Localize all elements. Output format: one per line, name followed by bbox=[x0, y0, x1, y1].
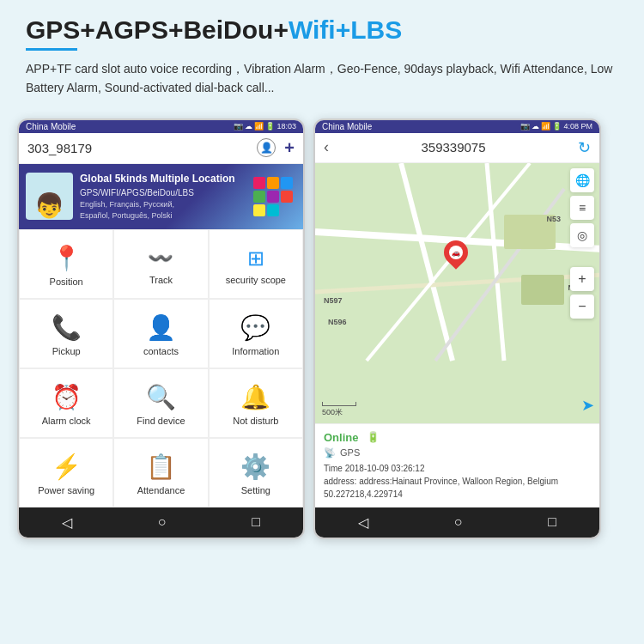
map-scale: 500米 bbox=[322, 402, 356, 418]
refresh-icon[interactable]: ↻ bbox=[578, 138, 591, 157]
back-arrow-icon[interactable]: ‹ bbox=[324, 138, 329, 156]
phone1-time: 18:03 bbox=[276, 122, 296, 131]
map-area: N597 N596 N53 N53 🚗 + − 🌐 ≡ ◎ bbox=[315, 163, 599, 423]
menu-item-attendance[interactable]: 📋 Attendance bbox=[113, 438, 208, 507]
information-icon: 💬 bbox=[240, 313, 270, 342]
phone1-status-icons: 📷 ☁ 📶 🔋 18:03 bbox=[234, 122, 296, 131]
menu-item-find[interactable]: 🔍 Find device bbox=[113, 368, 208, 438]
svg-rect-7 bbox=[521, 275, 564, 305]
menu-item-track[interactable]: 〰️ Track bbox=[113, 229, 208, 299]
svg-line-2 bbox=[487, 163, 504, 361]
menu-label-power: Power saving bbox=[38, 485, 94, 495]
headline: GPS+AGPS+BeiDou+Wifi+LBS bbox=[26, 15, 618, 45]
banner: 👦 Global 5kinds Multiple Location GPS/WI… bbox=[19, 164, 303, 229]
menu-item-notdisturb[interactable]: 🔔 Not disturb bbox=[209, 368, 303, 438]
zoom-out-button[interactable]: − bbox=[570, 295, 594, 319]
globe-icon[interactable]: 🌐 bbox=[570, 168, 594, 192]
map-marker-container: 🚗 bbox=[444, 240, 468, 264]
layers-icon[interactable]: ≡ bbox=[570, 196, 594, 220]
contacts-icon: 👤 bbox=[146, 313, 176, 342]
menu-grid: 📍 Position 〰️ Track ⊞ security scope 📞 P… bbox=[19, 229, 303, 507]
phone2-status-bar: China Mobile 📷 ☁ 📶 🔋 4:08 PM bbox=[315, 120, 599, 133]
menu-label-alarm: Alarm clock bbox=[42, 416, 91, 426]
menu-label-pickup: Pickup bbox=[52, 346, 81, 356]
phone2-back-button[interactable]: ◁ bbox=[358, 514, 368, 531]
info-panel: Online 🔋 📡 GPS Time 2018-10-09 03:26:12 … bbox=[315, 423, 599, 507]
info-status-row: Online 🔋 bbox=[324, 431, 591, 444]
menu-label-track: Track bbox=[149, 275, 173, 285]
zoom-in-button[interactable]: + bbox=[570, 267, 594, 291]
menu-item-security[interactable]: ⊞ security scope bbox=[209, 229, 303, 299]
online-badge: Online bbox=[324, 431, 358, 444]
battery-icon: 🔋 bbox=[367, 431, 380, 443]
top-section: GPS+AGPS+BeiDou+Wifi+LBS APP+TF card slo… bbox=[0, 0, 644, 118]
phone1-nav-bar: ◁ ○ □ bbox=[19, 507, 303, 538]
gps-label: GPS bbox=[340, 447, 360, 458]
power-icon: ⚡ bbox=[52, 453, 82, 481]
find-icon: 🔍 bbox=[146, 383, 176, 411]
menu-label-security: security scope bbox=[226, 275, 286, 285]
phone1-header-icons: 👤 + bbox=[257, 138, 295, 158]
menu-item-position[interactable]: 📍 Position bbox=[19, 229, 113, 299]
phone2-nav-bar: ◁ ○ □ bbox=[315, 507, 599, 538]
menu-label-notdisturb: Not disturb bbox=[233, 416, 278, 426]
track-icon: 〰️ bbox=[148, 246, 173, 270]
add-icon[interactable]: + bbox=[284, 138, 295, 158]
headline-part1: GPS+AGPS+BeiDou+ bbox=[26, 15, 289, 44]
menu-item-power[interactable]: ⚡ Power saving bbox=[19, 438, 113, 507]
menu-item-contacts[interactable]: 👤 contacts bbox=[113, 299, 208, 368]
satellite-icon: 📡 bbox=[324, 447, 336, 459]
banner-subtitle: GPS/WIFI/APGS/BeiDou/LBS bbox=[80, 186, 235, 199]
notdisturb-icon: 🔔 bbox=[240, 383, 270, 411]
home-button[interactable]: ○ bbox=[158, 514, 167, 531]
phone2-header: ‹ 359339075 ↻ bbox=[315, 133, 599, 163]
banner-decoration bbox=[253, 177, 296, 216]
setting-icon: ⚙️ bbox=[240, 453, 270, 481]
phone1-device-id: 303_98179 bbox=[27, 141, 92, 155]
banner-image: 👦 bbox=[26, 173, 73, 220]
menu-label-find: Find device bbox=[137, 416, 185, 426]
right-panel: 🌐 ≡ ◎ bbox=[570, 168, 594, 247]
menu-label-information: Information bbox=[232, 346, 279, 356]
phone1-status-bar: China Mobile 📷 ☁ 📶 🔋 18:03 bbox=[19, 120, 303, 133]
phone1-header: 303_98179 👤 + bbox=[19, 133, 303, 164]
map-svg bbox=[315, 163, 599, 423]
phone2-time: 4:08 PM bbox=[563, 122, 592, 131]
phone2: China Mobile 📷 ☁ 📶 🔋 4:08 PM ‹ 359339075… bbox=[313, 118, 601, 539]
menu-item-setting[interactable]: ⚙️ Setting bbox=[209, 438, 303, 507]
info-time: Time 2018-10-09 03:26:12 bbox=[324, 462, 591, 475]
phone2-carrier: China Mobile bbox=[322, 122, 372, 131]
gps-row: 📡 GPS bbox=[324, 447, 591, 459]
map-controls: + − bbox=[570, 267, 594, 319]
phone2-recents-button[interactable]: □ bbox=[548, 514, 556, 531]
recents-button[interactable]: □ bbox=[252, 514, 260, 531]
menu-item-pickup[interactable]: 📞 Pickup bbox=[19, 299, 113, 368]
phone1-carrier: China Mobile bbox=[26, 122, 76, 131]
attendance-icon: 📋 bbox=[146, 453, 176, 481]
alarm-icon: ⏰ bbox=[52, 383, 82, 411]
menu-item-alarm[interactable]: ⏰ Alarm clock bbox=[19, 368, 113, 438]
menu-item-information[interactable]: 💬 Information bbox=[209, 299, 303, 368]
phone2-home-button[interactable]: ○ bbox=[454, 514, 463, 531]
menu-label-attendance: Attendance bbox=[137, 485, 185, 495]
phone2-status-icons: 📷 ☁ 📶 🔋 4:08 PM bbox=[520, 122, 592, 131]
pickup-icon: 📞 bbox=[52, 313, 82, 342]
target-icon[interactable]: ◎ bbox=[570, 223, 594, 247]
phone2-device-id: 359339075 bbox=[421, 140, 485, 155]
banner-title: Global 5kinds Multiple Location bbox=[80, 171, 235, 186]
menu-label-position: Position bbox=[50, 276, 83, 287]
headline-underline bbox=[26, 48, 77, 51]
menu-label-contacts: contacts bbox=[143, 346, 179, 356]
back-button[interactable]: ◁ bbox=[62, 514, 72, 531]
menu-label-setting: Setting bbox=[241, 485, 270, 495]
map-label-n597: N597 bbox=[324, 296, 343, 305]
subtitle: APP+TF card slot auto voice recording，Vi… bbox=[26, 59, 618, 98]
headline-part2: Wifi+LBS bbox=[289, 15, 402, 44]
compass-icon[interactable]: ➤ bbox=[581, 396, 594, 415]
info-address: address: address:Hainaut Province, Wallo… bbox=[324, 475, 591, 501]
banner-langs: English, Français, Русский,Español, Port… bbox=[80, 199, 235, 222]
user-icon[interactable]: 👤 bbox=[257, 138, 276, 157]
map-marker: 🚗 bbox=[439, 235, 473, 270]
map-label-n596: N596 bbox=[328, 318, 347, 326]
security-icon: ⊞ bbox=[247, 246, 264, 270]
